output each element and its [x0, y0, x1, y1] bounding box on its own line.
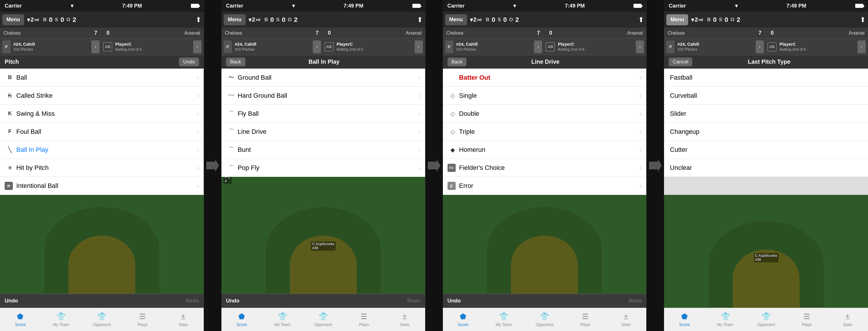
inning-arrow-1: ▾ [27, 16, 30, 23]
menu-item-foul-ball[interactable]: F Foul Ball › [0, 123, 204, 141]
menu-item-popfly[interactable]: ⌒ Pop Fly › [221, 159, 425, 177]
batter-chevron-3[interactable]: › [636, 40, 644, 53]
redo-btn-2[interactable]: Redo [407, 298, 421, 304]
tab-plays-4[interactable]: ☰ Plays [786, 312, 827, 327]
menu-item-linedrive[interactable]: ⌒ Line Drive › [221, 123, 425, 141]
redo-btn-1[interactable]: Redo [186, 298, 199, 304]
batter-chevron-4[interactable]: › [858, 40, 866, 53]
carrier-2: Carrier [226, 3, 243, 9]
opponent-label-3: Opponent [536, 322, 554, 327]
menu-item-batter-out[interactable]: Batter Out › [443, 69, 647, 87]
menu-item-flyball[interactable]: ⌒ Fly Ball › [221, 105, 425, 123]
menu-item-hard-groundball[interactable]: 〰 Hard Ground Ball › [221, 87, 425, 105]
arrow-2 [426, 0, 443, 331]
menu-item-fielders-choice[interactable]: FC Fielder's Choice › [443, 159, 647, 177]
batter-chevron-2[interactable]: › [415, 40, 423, 53]
homerun-chevron: › [640, 146, 642, 153]
tab-score-2[interactable]: ⬟ Score [221, 312, 262, 327]
undo-btn-3[interactable]: Undo [447, 298, 461, 304]
pitcher-chevron-1[interactable]: › [91, 40, 99, 53]
undo-button-1[interactable]: Undo [179, 58, 199, 66]
menu-item-error[interactable]: E Error › [443, 177, 647, 195]
back-button-3[interactable]: Back [447, 58, 467, 66]
carrier-4: Carrier [669, 3, 686, 9]
tab-stats-2[interactable]: ± Stats [384, 312, 425, 327]
redo-btn-3[interactable]: Redo [628, 298, 642, 304]
menu-item-fastball[interactable]: Fastball [664, 69, 868, 87]
pitcher-chevron-4[interactable]: › [756, 40, 764, 53]
batter-chevron-1[interactable]: › [193, 40, 202, 53]
share-button-2[interactable]: ⬆ [417, 16, 423, 24]
player-info-left-3: #24, Cahill 202 Pitches [456, 41, 533, 52]
cancel-button-4[interactable]: Cancel [669, 58, 692, 66]
menu-item-bunt[interactable]: ⌒ Bunt › [221, 141, 425, 159]
tab-myteam-3[interactable]: 👕 My Team [483, 312, 524, 327]
fielders-choice-label: Fielder's Choice [459, 164, 640, 172]
fielders-choice-chevron: › [640, 164, 642, 171]
tab-myteam-1[interactable]: 👕 My Team [41, 312, 82, 327]
score-icon-1: ⬟ [17, 312, 24, 321]
tab-stats-1[interactable]: ± Stats [163, 312, 204, 327]
tab-stats-4[interactable]: ± Stats [827, 312, 868, 327]
tab-plays-2[interactable]: ☰ Plays [344, 312, 384, 327]
share-button-4[interactable]: ⬆ [860, 16, 866, 24]
tab-score-4[interactable]: ⬟ Score [664, 312, 705, 327]
plays-icon-2: ☰ [361, 312, 367, 321]
pitcher-chevron-3[interactable]: › [534, 40, 542, 53]
tab-opponent-1[interactable]: 👕 Opponent [82, 312, 122, 327]
pitcher-name-4: #24, Cahill [677, 41, 754, 47]
menu-button-2[interactable]: Menu [224, 14, 246, 25]
tab-score-1[interactable]: ⬟ Score [0, 312, 41, 327]
count-area-3: B0 S0 O2 [486, 16, 519, 24]
pitcher-chevron-2[interactable]: › [313, 40, 321, 53]
menu-item-swing-miss[interactable]: K Swing & Miss › [0, 105, 204, 123]
tab-score-3[interactable]: ⬟ Score [443, 312, 484, 327]
undo-btn-2[interactable]: Undo [226, 298, 240, 304]
share-button-1[interactable]: ⬆ [195, 16, 202, 24]
battery-area-2 [412, 4, 421, 8]
menu-button-4[interactable]: Menu [666, 14, 688, 25]
menu-item-double[interactable]: ◇ Double › [443, 105, 647, 123]
linedrive-icon: ⌒ [226, 128, 237, 136]
menu-item-triple[interactable]: ◇ Triple › [443, 123, 647, 141]
menu-item-ball-in-play[interactable]: ╲ Ball In Play › [0, 141, 204, 159]
menu-item-changeup[interactable]: Changeup [664, 123, 868, 141]
tab-opponent-3[interactable]: 👕 Opponent [524, 312, 565, 327]
menu-item-hit-by-pitch[interactable]: ✳ Hit by Pitch › [0, 159, 204, 177]
left-score1-3: 7 [537, 30, 540, 36]
tab-plays-3[interactable]: ☰ Plays [565, 312, 606, 327]
menu-button-1[interactable]: Menu [2, 14, 24, 25]
carrier-3: Carrier [447, 3, 465, 9]
tab-opponent-2[interactable]: 👕 Opponent [303, 312, 344, 327]
toolbar-2: Menu ▾ 2nd B0 S0 O2 ⬆ [221, 12, 425, 28]
tab-opponent-4[interactable]: 👕 Opponent [746, 312, 786, 327]
popfly-chevron: › [418, 165, 421, 171]
intentional-ball-badge: IB [5, 182, 13, 190]
menu-item-unclear[interactable]: Unclear [664, 159, 868, 177]
back-button-2[interactable]: Back [226, 58, 245, 66]
status-bar-4: Carrier ▾ 7:49 PM [664, 0, 868, 12]
tab-bar-2: ⬟ Score 👕 My Team 👕 Opponent ☰ Plays ± S… [221, 308, 425, 331]
wifi-icon-1: ▾ [71, 3, 73, 9]
menu-item-ball[interactable]: B Ball › [0, 69, 204, 87]
menu-item-slider[interactable]: Slider [664, 105, 868, 123]
menu-item-single[interactable]: ◇ Single › [443, 87, 647, 105]
menu-item-called-strike[interactable]: K Called Strike › [0, 87, 204, 105]
wifi-icon-2: ▾ [292, 3, 295, 9]
menu-item-intentional-ball[interactable]: IB Intentional Ball › [0, 177, 204, 195]
share-button-3[interactable]: ⬆ [638, 16, 644, 24]
menu-item-homerun[interactable]: ◆ Homerun › [443, 141, 647, 159]
tab-bar-3: ⬟ Score 👕 My Team 👕 Opponent ☰ Plays ± S… [443, 308, 647, 331]
undo-btn-1[interactable]: Undo [5, 298, 18, 304]
tab-stats-3[interactable]: ± Stats [606, 312, 646, 327]
double-label: Double [459, 110, 640, 118]
swing-miss-icon: K [5, 110, 15, 117]
menu-item-groundball[interactable]: 〜 Ground Ball › [221, 69, 425, 87]
time-1: 7:49 PM [122, 3, 142, 9]
menu-item-curveball[interactable]: Curveball [664, 87, 868, 105]
tab-myteam-4[interactable]: 👕 My Team [705, 312, 745, 327]
tab-myteam-2[interactable]: 👕 My Team [262, 312, 303, 327]
menu-button-3[interactable]: Menu [445, 14, 467, 25]
tab-plays-1[interactable]: ☰ Plays [122, 312, 163, 327]
menu-item-cutter[interactable]: Cutter [664, 141, 868, 159]
